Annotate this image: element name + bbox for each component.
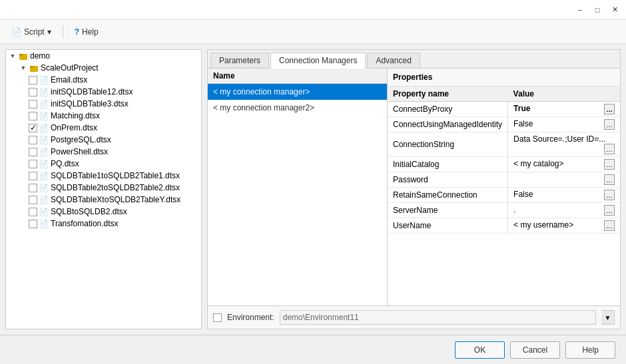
powershell-label: PowerShell.dtsx bbox=[51, 147, 108, 156]
help-button[interactable]: ? Help bbox=[69, 25, 105, 39]
init12-label: initSQLDBTable12.dtsx bbox=[51, 87, 133, 96]
sql1-label: SQLDBTable1toSQLDB2Table1.dtsx bbox=[51, 171, 180, 180]
email-label: Email.dtsx bbox=[51, 75, 87, 85]
help-footer-button[interactable]: Help bbox=[565, 341, 615, 359]
onprem-checkbox[interactable]: ✓ bbox=[29, 124, 37, 132]
scaleout-expander: ▼ bbox=[18, 63, 29, 73]
pq-label: PQ.dtsx bbox=[51, 159, 79, 168]
properties-table: Property name Value ConnectByProxyTrue…C… bbox=[388, 87, 620, 305]
tree-node-powershell[interactable]: 📄 PowerShell.dtsx bbox=[6, 146, 201, 158]
properties-panel: Properties Property name Value ConnectBy… bbox=[388, 69, 620, 305]
tree-node-init3[interactable]: 📄 initSQLDBTable3.dtsx bbox=[6, 98, 201, 110]
prop-edit-btn-5[interactable]: … bbox=[604, 190, 615, 200]
powershell-checkbox[interactable] bbox=[29, 148, 37, 156]
prop-value-cell[interactable]: False… bbox=[508, 117, 620, 132]
transform-file-icon: 📄 bbox=[39, 218, 49, 229]
prop-edit-btn-0[interactable]: … bbox=[604, 104, 615, 114]
prop-row-3[interactable]: InitialCatalog< my catalog>… bbox=[388, 157, 620, 172]
tree-node-pq[interactable]: 📄 PQ.dtsx bbox=[6, 158, 201, 170]
tree-node-scaleout[interactable]: ▼ ScaleOutProject bbox=[6, 62, 201, 74]
right-panel: Parameters Connection Managers Advanced … bbox=[207, 49, 621, 329]
tree-node-matching[interactable]: 📄 Matching.dtsx bbox=[6, 110, 201, 122]
prop-edit-btn-7[interactable]: … bbox=[604, 220, 615, 231]
prop-value-cell[interactable]: True… bbox=[508, 102, 620, 117]
tree-node-onprem[interactable]: ✓ 📄 OnPrem.dtsx bbox=[6, 122, 201, 134]
prop-row-5[interactable]: RetainSameConnectionFalse… bbox=[388, 188, 620, 203]
email-checkbox[interactable] bbox=[29, 76, 37, 85]
matching-label: Matching.dtsx bbox=[51, 111, 100, 120]
tree-node-email[interactable]: 📄 Email.dtsx bbox=[6, 74, 201, 86]
tree-node-transform[interactable]: 📄 Transfomation.dtsx bbox=[6, 218, 201, 230]
tree-node-sqlxtoy[interactable]: 📄 SQLDBTableXtoSQLDB2TableY.dtsx bbox=[6, 194, 201, 206]
cm-item-1[interactable]: < my connection manager> bbox=[208, 84, 387, 100]
transform-checkbox[interactable] bbox=[29, 220, 37, 228]
prop-value-cell[interactable]: False… bbox=[508, 188, 620, 203]
toolbar-divider bbox=[63, 25, 63, 39]
prop-value-cell[interactable]: … bbox=[508, 172, 620, 188]
prop-row-6[interactable]: ServerName.… bbox=[388, 203, 620, 218]
init12-file-icon: 📄 bbox=[39, 87, 49, 97]
sql1-checkbox[interactable] bbox=[29, 172, 37, 180]
sqlx-checkbox[interactable] bbox=[29, 196, 37, 204]
tab-connection-managers[interactable]: Connection Managers bbox=[270, 53, 366, 69]
tab-content-connection-managers: Name < my connection manager> < my conne… bbox=[208, 69, 620, 305]
prop-row-1[interactable]: ConnectUsingManagedIdentityFalse… bbox=[388, 117, 620, 132]
tab-advanced[interactable]: Advanced bbox=[367, 53, 420, 68]
tab-parameters[interactable]: Parameters bbox=[210, 53, 269, 68]
ok-button[interactable]: OK bbox=[455, 341, 505, 359]
prop-row-0[interactable]: ConnectByProxyTrue… bbox=[388, 102, 620, 117]
init12-checkbox[interactable] bbox=[29, 88, 37, 96]
cm-list-header: Name bbox=[208, 69, 387, 84]
environment-dropdown-arrow[interactable]: ▼ bbox=[601, 310, 615, 325]
cancel-button[interactable]: Cancel bbox=[510, 341, 560, 359]
tree-node-init12[interactable]: 📄 initSQLDBTable12.dtsx bbox=[6, 86, 201, 98]
prop-row-4[interactable]: Password… bbox=[388, 172, 620, 188]
prop-value-cell[interactable]: .… bbox=[508, 203, 620, 218]
pq-checkbox[interactable] bbox=[29, 160, 37, 168]
script-dropdown-icon: ▾ bbox=[47, 27, 51, 37]
prop-edit-btn-2[interactable]: … bbox=[604, 144, 615, 154]
svg-rect-3 bbox=[30, 66, 33, 68]
powershell-file-icon: 📄 bbox=[39, 146, 49, 157]
sqlb-label: SQLBtoSQLDB2.dtsx bbox=[51, 207, 127, 216]
prop-name-cell: ServerName bbox=[388, 203, 508, 218]
prop-row-7[interactable]: UserName< my username>… bbox=[388, 218, 620, 234]
prop-edit-btn-1[interactable]: … bbox=[604, 119, 615, 130]
prop-value-cell[interactable]: Data Source=.;User ID=...… bbox=[508, 132, 620, 157]
prop-name-header: Property name bbox=[388, 87, 508, 102]
prop-edit-btn-3[interactable]: … bbox=[604, 159, 615, 170]
init3-checkbox[interactable] bbox=[29, 100, 37, 108]
sqlb-checkbox[interactable] bbox=[29, 208, 37, 216]
tree-node-sql2to2-2[interactable]: 📄 SQLDBTable2toSQLDB2Table2.dtsx bbox=[6, 182, 201, 194]
connection-managers-list: Name < my connection manager> < my conne… bbox=[208, 69, 388, 305]
maximize-button[interactable]: □ bbox=[589, 3, 606, 17]
onprem-label: OnPrem.dtsx bbox=[51, 123, 97, 132]
environment-value: demo\Environment11 bbox=[283, 313, 359, 322]
sql2-checkbox[interactable] bbox=[29, 184, 37, 192]
prop-edit-btn-4[interactable]: … bbox=[604, 174, 615, 185]
tree-node-sql1to2-1[interactable]: 📄 SQLDBTable1toSQLDB2Table1.dtsx bbox=[6, 170, 201, 182]
sql2-file-icon: 📄 bbox=[39, 182, 49, 193]
init3-label: initSQLDBTable3.dtsx bbox=[51, 99, 129, 108]
postgres-label: PostgreSQL.dtsx bbox=[51, 135, 111, 144]
prop-edit-btn-6[interactable]: … bbox=[604, 205, 615, 216]
prop-value-cell[interactable]: < my username>… bbox=[508, 218, 620, 234]
environment-dropdown[interactable]: demo\Environment11 bbox=[280, 310, 596, 325]
environment-checkbox[interactable] bbox=[213, 313, 222, 322]
tree-node-sqlb[interactable]: 📄 SQLBtoSQLDB2.dtsx bbox=[6, 206, 201, 218]
script-label: Script bbox=[24, 27, 45, 37]
prop-value-cell[interactable]: < my catalog>… bbox=[508, 157, 620, 172]
matching-file-icon: 📄 bbox=[39, 110, 49, 121]
cm-item-2[interactable]: < my connection manager2> bbox=[208, 100, 387, 116]
close-button[interactable]: ✕ bbox=[606, 3, 623, 17]
tree-root[interactable]: ▼ demo bbox=[6, 50, 201, 62]
onprem-file-icon: 📄 bbox=[39, 122, 49, 133]
minimize-button[interactable]: − bbox=[571, 3, 589, 17]
prop-name-cell: InitialCatalog bbox=[388, 157, 508, 172]
prop-row-2[interactable]: ConnectionStringData Source=.;User ID=..… bbox=[388, 132, 620, 157]
tree-node-postgres[interactable]: 📄 PostgreSQL.dtsx bbox=[6, 134, 201, 146]
script-button[interactable]: 📄 Script ▾ bbox=[5, 25, 57, 39]
postgres-checkbox[interactable] bbox=[29, 136, 37, 144]
matching-checkbox[interactable] bbox=[29, 112, 37, 120]
prop-name-cell: ConnectionString bbox=[388, 132, 508, 157]
